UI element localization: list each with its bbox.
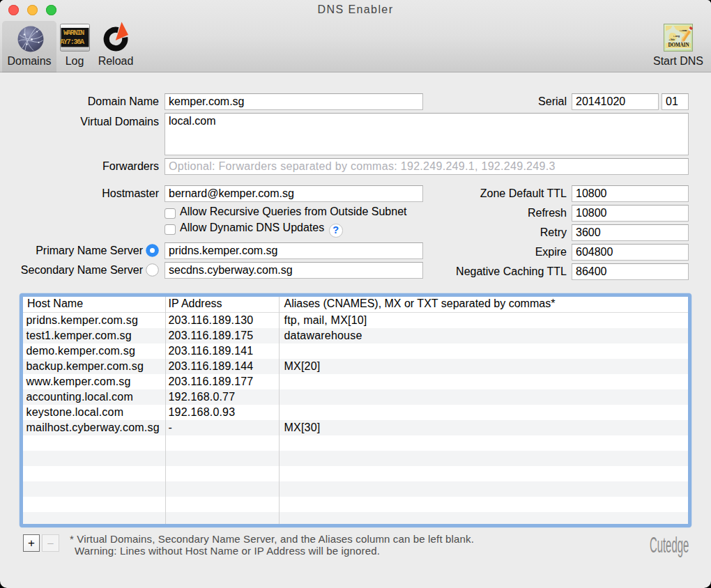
svg-text:AY7:36A: AY7:36A	[60, 38, 85, 46]
svg-text:.org: .org	[675, 34, 680, 38]
svg-text:.com: .com	[681, 29, 687, 32]
svg-text:.biz: .biz	[670, 38, 675, 41]
svg-text:DOMAIN: DOMAIN	[668, 42, 689, 48]
svg-text:WARNIN: WARNIN	[63, 29, 84, 37]
